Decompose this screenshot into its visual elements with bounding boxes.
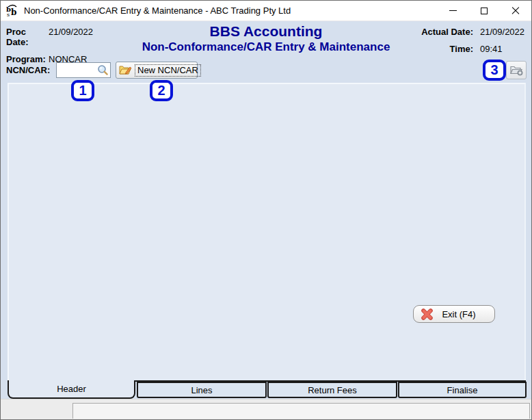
app-window: b s b Non-Conformance/CAR Entry & Mainte… bbox=[0, 0, 532, 420]
tab-return-fees[interactable]: Return Fees bbox=[267, 382, 397, 398]
window-title: Non-Conformance/CAR Entry & Maintenance … bbox=[24, 5, 291, 16]
annotation-marker-3: 3 bbox=[483, 60, 506, 81]
exit-button-label: Exit (F4) bbox=[433, 309, 485, 319]
time-label: Time: bbox=[450, 44, 473, 54]
maximize-icon bbox=[481, 8, 488, 14]
time-value: 09:41 bbox=[480, 44, 525, 54]
ncn-car-search-box bbox=[56, 62, 111, 78]
status-strip bbox=[1, 399, 531, 419]
title-bar: b s b Non-Conformance/CAR Entry & Mainte… bbox=[1, 1, 531, 21]
header-right: Actual Date: 21/09/2022 Time: 09:41 bbox=[421, 27, 525, 61]
actual-date-row: Actual Date: 21/09/2022 bbox=[421, 27, 525, 37]
actual-date-value: 21/09/2022 bbox=[480, 27, 525, 37]
bbs-logo-icon: b s b bbox=[5, 4, 19, 18]
tab-lines[interactable]: Lines bbox=[137, 382, 267, 398]
maximize-button[interactable] bbox=[468, 1, 500, 21]
screen-title: Non-Conformance/CAR Entry & Maintenance bbox=[83, 40, 449, 54]
exit-button[interactable]: Exit (F4) bbox=[413, 305, 495, 323]
close-icon bbox=[511, 7, 520, 15]
add-folder-button[interactable] bbox=[506, 61, 527, 79]
proc-date-row: Proc Date: 21/09/2022 bbox=[6, 27, 93, 47]
tab-finalise[interactable]: Finalise bbox=[398, 382, 527, 398]
actual-date-label: Actual Date: bbox=[421, 27, 473, 37]
ncn-car-label: NCN/CAR: bbox=[6, 65, 50, 75]
tab-header[interactable]: Header bbox=[8, 380, 135, 399]
minimize-icon bbox=[449, 10, 457, 11]
minimize-button[interactable] bbox=[437, 1, 468, 21]
header-center: BBS Accounting Non-Conformance/CAR Entry… bbox=[83, 23, 449, 54]
new-ncn-car-label: New NCN/CAR bbox=[135, 64, 201, 77]
annotation-marker-1: 1 bbox=[71, 80, 94, 101]
program-label: Program: bbox=[6, 54, 49, 64]
folder-edit-icon bbox=[119, 64, 132, 76]
time-row: Time: 09:41 bbox=[421, 44, 525, 54]
ncn-car-input[interactable] bbox=[57, 63, 97, 77]
svg-text:s: s bbox=[7, 12, 10, 18]
search-icon[interactable] bbox=[97, 64, 109, 76]
status-inner-panel bbox=[72, 403, 530, 419]
header-tab-panel: Exit (F4) bbox=[8, 83, 526, 382]
window-controls bbox=[437, 1, 531, 21]
proc-date-label: Proc Date: bbox=[6, 27, 49, 47]
svg-text:b: b bbox=[11, 8, 16, 17]
folder-plus-icon bbox=[510, 64, 523, 76]
app-title: BBS Accounting bbox=[83, 23, 449, 40]
annotation-marker-2: 2 bbox=[150, 80, 173, 101]
close-button[interactable] bbox=[500, 1, 531, 21]
red-cross-icon bbox=[421, 309, 433, 320]
new-ncn-car-button[interactable]: New NCN/CAR bbox=[116, 62, 198, 79]
